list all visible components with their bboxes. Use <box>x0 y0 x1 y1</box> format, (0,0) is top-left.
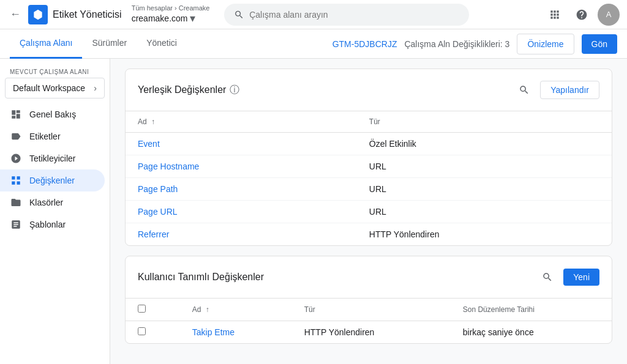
variables-icon <box>10 174 22 187</box>
sort-icon: ↑ <box>151 117 155 126</box>
workspace-label: MEVCUT ÇALIŞMA ALANI <box>0 64 110 78</box>
variable-name-cell: Referrer <box>126 223 357 246</box>
sidebar-item-label: Genel Bakış <box>29 110 76 119</box>
sidebar-item-label: Etiketler <box>29 132 61 141</box>
variable-name-cell: Event <box>126 133 357 155</box>
variable-name-cell: Page Path <box>126 178 357 201</box>
workspace-selector[interactable]: Default Workspace › <box>5 78 105 98</box>
name-column-header: Ad ↑ <box>126 111 357 133</box>
variable-link[interactable]: Event <box>138 139 160 149</box>
overview-icon <box>10 108 22 121</box>
user-section-title: Kullanıcı Tanımlı Değişkenler <box>138 272 264 283</box>
table-row: Referrer HTTP Yönlendiren <box>126 223 612 246</box>
sidebar-item-label: Tetikleyiciler <box>29 154 75 163</box>
tab-versions[interactable]: Sürümler <box>82 29 137 59</box>
checkbox-column-header <box>126 299 180 321</box>
main-layout: MEVCUT ÇALIŞMA ALANI Default Workspace ›… <box>0 59 627 364</box>
search-input[interactable] <box>249 10 459 20</box>
help-icon[interactable] <box>571 4 593 26</box>
variable-name-cell: Takip Etme <box>180 321 292 344</box>
breadcrumb-chevron-icon: ▾ <box>190 12 195 25</box>
workspace-chevron-icon: › <box>94 83 97 93</box>
preview-button[interactable]: Önizleme <box>517 34 574 54</box>
sidebar-item-label: Klasörler <box>29 198 63 207</box>
tab-workspace[interactable]: Çalışma Alanı <box>10 29 82 59</box>
breadcrumb-parent: Tüm hesaplar › Creamake <box>132 4 210 12</box>
sidebar-item-overview[interactable]: Genel Bakış <box>0 103 105 125</box>
new-variable-button[interactable]: Yeni <box>563 269 599 286</box>
templates-icon <box>10 218 22 231</box>
app-logo <box>28 5 48 24</box>
user-search-button[interactable] <box>536 266 558 288</box>
variable-type-cell: URL <box>357 201 612 223</box>
tags-icon <box>10 130 22 143</box>
breadcrumb-current[interactable]: creamake.com ▾ <box>132 12 210 25</box>
builtin-variables-table: Ad ↑ Tür Event Özel Etkinlik Page Hostna… <box>126 111 612 245</box>
row-checkbox[interactable] <box>138 327 146 335</box>
sidebar-item-variables[interactable]: Değişkenler <box>0 169 105 191</box>
variable-link[interactable]: Page Path <box>138 184 178 194</box>
builtin-search-button[interactable] <box>513 79 535 101</box>
main-content: Yerleşik Değişkenler ⓘ Yapılandır Ad ↑ <box>110 59 627 364</box>
variable-last-edit-cell: birkaç saniye önce <box>451 321 612 344</box>
search-bar[interactable] <box>224 4 469 26</box>
breadcrumb: Tüm hesaplar › Creamake creamake.com ▾ <box>132 4 210 25</box>
sidebar-item-folders[interactable]: Klasörler <box>0 191 105 214</box>
variable-type-cell: URL <box>357 155 612 178</box>
search-icon <box>234 9 244 20</box>
apps-icon[interactable] <box>544 4 566 26</box>
name-column-header: Ad ↑ <box>180 299 292 321</box>
folders-icon <box>10 196 22 209</box>
select-all-checkbox[interactable] <box>138 305 146 313</box>
variable-type-cell: Özel Etkinlik <box>357 133 612 155</box>
changes-label: Çalışma Aln Değişiklikleri: 3 <box>404 39 509 49</box>
sort-icon: ↑ <box>206 305 209 314</box>
user-variables-table: Ad ↑ Tür Son Düzenleme Tarihi Takip Etme… <box>126 299 612 343</box>
tab-admin[interactable]: Yönetici <box>137 29 187 59</box>
sidebar-item-triggers[interactable]: Tetikleyiciler <box>0 147 105 169</box>
table-row: Page URL URL <box>126 201 612 223</box>
type-column-header: Tür <box>357 111 612 133</box>
variable-name-cell: Page Hostname <box>126 155 357 178</box>
info-icon[interactable]: ⓘ <box>230 84 239 97</box>
user-section-header: Kullanıcı Tanımlı Değişkenler Yeni <box>126 256 612 299</box>
gtm-id[interactable]: GTM-5DJBCRJZ <box>332 39 397 49</box>
account-icon[interactable]: A <box>598 4 620 26</box>
second-nav: Çalışma Alanı Sürümler Yönetici GTM-5DJB… <box>0 29 627 59</box>
back-button[interactable]: ← <box>7 6 23 23</box>
table-row: Page Path URL <box>126 178 612 201</box>
nav-right: GTM-5DJBCRJZ Çalışma Aln Değişiklikleri:… <box>332 34 617 54</box>
variable-type-cell: URL <box>357 178 612 201</box>
variable-link[interactable]: Page URL <box>138 207 178 217</box>
workspace-name: Default Workspace <box>13 83 85 93</box>
sidebar-item-label: Değişkenler <box>29 176 75 185</box>
triggers-icon <box>10 152 22 165</box>
sidebar-item-templates[interactable]: Şablonlar <box>0 214 105 236</box>
builtin-section-header: Yerleşik Değişkenler ⓘ Yapılandır <box>126 69 612 111</box>
variable-type-cell: HTTP Yönlendiren <box>292 321 451 344</box>
configure-button[interactable]: Yapılandır <box>540 81 599 99</box>
builtin-section-actions: Yapılandır <box>513 79 599 101</box>
builtin-section-title: Yerleşik Değişkenler <box>138 84 226 95</box>
table-row: Page Hostname URL <box>126 155 612 178</box>
sidebar-item-tags[interactable]: Etiketler <box>0 125 105 147</box>
user-defined-variables-section: Kullanıcı Tanımlı Değişkenler Yeni <box>125 256 612 344</box>
builtin-variables-section: Yerleşik Değişkenler ⓘ Yapılandır Ad ↑ <box>125 69 612 246</box>
user-section-actions: Yeni <box>536 266 599 288</box>
sidebar-item-label: Şablonlar <box>29 220 66 229</box>
variable-link[interactable]: Referrer <box>138 229 169 239</box>
variable-link[interactable]: Page Hostname <box>138 162 199 171</box>
sidebar: MEVCUT ÇALIŞMA ALANI Default Workspace ›… <box>0 59 110 364</box>
variable-link[interactable]: Takip Etme <box>192 327 235 337</box>
variable-type-cell: HTTP Yönlendiren <box>357 223 612 246</box>
publish-button[interactable]: Gön <box>582 34 617 54</box>
table-row: Takip Etme HTTP Yönlendiren birkaç saniy… <box>126 321 612 344</box>
variable-name-cell: Page URL <box>126 201 357 223</box>
type-column-header: Tür <box>292 299 451 321</box>
row-checkbox-cell <box>126 321 180 344</box>
app-title: Etiket Yöneticisi <box>53 9 122 20</box>
top-nav-icons: A <box>544 4 620 26</box>
table-row: Event Özel Etkinlik <box>126 133 612 155</box>
footer: Hizmet Şartları • Gizlilik Politikası <box>125 354 612 364</box>
last-edit-column-header: Son Düzenleme Tarihi <box>451 299 612 321</box>
